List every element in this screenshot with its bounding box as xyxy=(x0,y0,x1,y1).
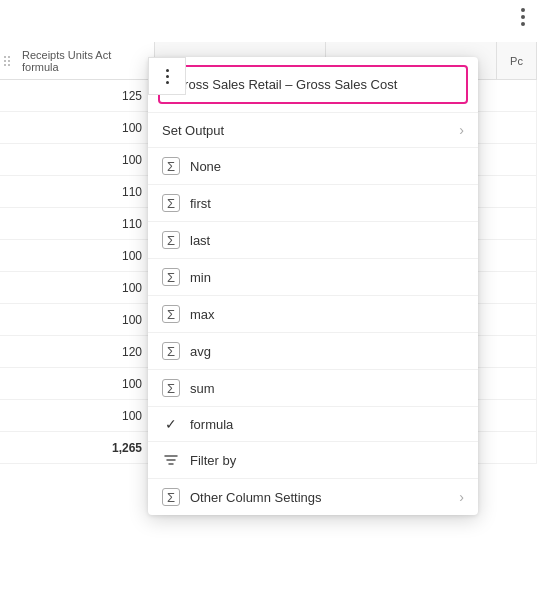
formula-label: Gross Sales Retail – Gross Sales Cost xyxy=(174,77,397,92)
row-value-2: 100 xyxy=(0,112,155,143)
set-output-label: Set Output xyxy=(162,123,459,138)
menu-label-avg: avg xyxy=(190,344,464,359)
menu-item-avg[interactable]: Σ avg xyxy=(148,332,478,369)
menu-label-last: last xyxy=(190,233,464,248)
sigma-icon-max: Σ xyxy=(162,305,180,323)
row-value-9: 120 xyxy=(0,336,155,367)
checkmark-icon: ✓ xyxy=(162,416,180,432)
drag-handle-icon xyxy=(4,56,10,66)
filter-icon xyxy=(162,451,180,469)
menu-item-other-settings[interactable]: Σ Other Column Settings › xyxy=(148,478,478,515)
sigma-icon-last: Σ xyxy=(162,231,180,249)
menu-label-min: min xyxy=(190,270,464,285)
menu-label-formula: formula xyxy=(190,417,464,432)
sigma-icon-sum: Σ xyxy=(162,379,180,397)
left-column-label: Receipts Units Act formula xyxy=(8,49,146,73)
set-output-item[interactable]: Set Output › xyxy=(148,112,478,147)
menu-label-first: first xyxy=(190,196,464,211)
sigma-icon-settings: Σ xyxy=(162,488,180,506)
sigma-icon-none: Σ xyxy=(162,157,180,175)
menu-item-first[interactable]: Σ first xyxy=(148,184,478,221)
set-output-arrow-icon: › xyxy=(459,122,464,138)
sigma-icon-min: Σ xyxy=(162,268,180,286)
top-dots-menu[interactable] xyxy=(521,8,525,26)
row-value-11: 100 xyxy=(0,400,155,431)
row-value-4: 110 xyxy=(0,176,155,207)
menu-label-filter-by: Filter by xyxy=(190,453,464,468)
menu-item-min[interactable]: Σ min xyxy=(148,258,478,295)
menu-item-sum[interactable]: Σ sum xyxy=(148,369,478,406)
menu-item-max[interactable]: Σ max xyxy=(148,295,478,332)
column-dropdown-menu: Gross Sales Retail – Gross Sales Cost Se… xyxy=(148,57,478,515)
menu-label-max: max xyxy=(190,307,464,322)
row-value-8: 100 xyxy=(0,304,155,335)
row-value-5: 110 xyxy=(0,208,155,239)
column-menu-button[interactable] xyxy=(148,57,186,95)
menu-item-formula[interactable]: ✓ formula xyxy=(148,406,478,441)
other-settings-arrow-icon: › xyxy=(459,489,464,505)
row-value-10: 100 xyxy=(0,368,155,399)
formula-header: Gross Sales Retail – Gross Sales Cost xyxy=(158,65,468,104)
spreadsheet-container: Receipts Units Act formula Gross Sales G… xyxy=(0,0,537,589)
row-value-1: 125 xyxy=(0,80,155,111)
col-header-pc: Pc xyxy=(497,42,537,79)
menu-item-none[interactable]: Σ None xyxy=(148,147,478,184)
row-value-total: 1,265 xyxy=(0,432,155,463)
row-value-6: 100 xyxy=(0,240,155,271)
sigma-icon-first: Σ xyxy=(162,194,180,212)
menu-item-filter-by[interactable]: Filter by xyxy=(148,441,478,478)
sigma-icon-avg: Σ xyxy=(162,342,180,360)
menu-label-other-settings: Other Column Settings xyxy=(190,490,449,505)
menu-label-none: None xyxy=(190,159,464,174)
row-value-3: 100 xyxy=(0,144,155,175)
left-column-header: Receipts Units Act formula xyxy=(0,42,155,79)
row-value-7: 100 xyxy=(0,272,155,303)
menu-item-last[interactable]: Σ last xyxy=(148,221,478,258)
menu-label-sum: sum xyxy=(190,381,464,396)
